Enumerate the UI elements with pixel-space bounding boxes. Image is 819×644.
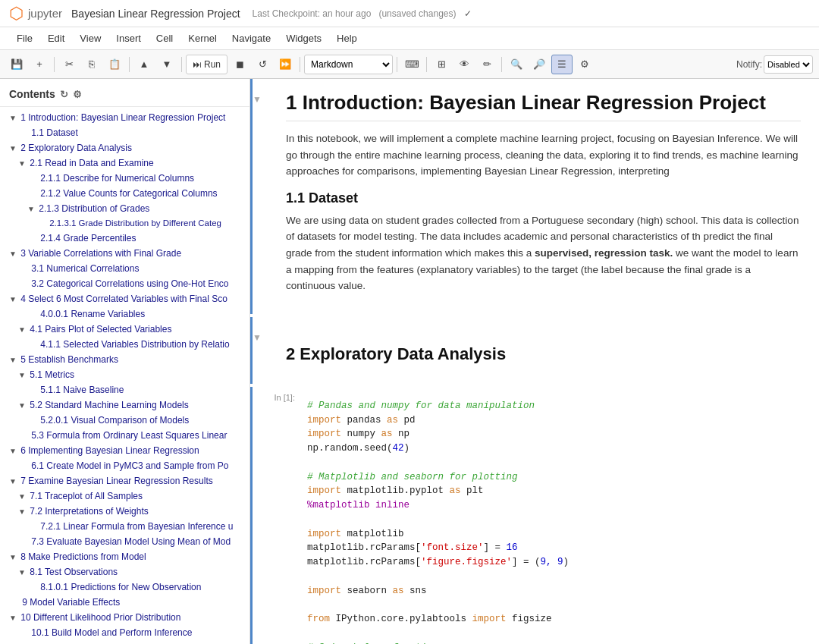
toc-toggle-26[interactable]: ▼ bbox=[18, 507, 26, 516]
menu-widgets[interactable]: Widgets bbox=[278, 31, 329, 46]
toc-item-0[interactable]: ▼ 1 Introduction: Bayesian Linear Regres… bbox=[0, 110, 249, 125]
code-block[interactable]: # Pandas and numpy for data manipulation… bbox=[298, 393, 819, 644]
toc-toggle-22[interactable]: ▼ bbox=[9, 447, 17, 455]
toc-item-31[interactable]: 8.1.0.1 Predictions for New Observation bbox=[0, 580, 249, 595]
toc-item-19[interactable]: ▼ 5.2 Standard Machine Learning Models bbox=[0, 397, 249, 413]
toc-item-3[interactable]: ▼ 2.1 Read in Data and Examine bbox=[0, 156, 249, 171]
toolbar-zoom-in-btn[interactable]: 🔎 bbox=[529, 55, 550, 74]
cell-arrow-s2[interactable]: ▼ bbox=[253, 317, 268, 384]
toc-toggle-33[interactable]: ▼ bbox=[9, 614, 17, 622]
menu-file[interactable]: File bbox=[9, 31, 40, 46]
toc-item-21[interactable]: 5.3 Formula from Ordinary Least Squares … bbox=[0, 428, 249, 443]
toc-label-24: 7 Examine Bayesian Linear Regression Res… bbox=[20, 476, 212, 486]
toolbar-move-up-btn[interactable]: ▲ bbox=[133, 55, 155, 74]
toc-item-13[interactable]: 4.0.0.1 Rename Variables bbox=[0, 306, 249, 322]
toolbar-interrupt-btn[interactable]: ◼ bbox=[229, 55, 250, 74]
notify-label: Notify: bbox=[736, 59, 762, 70]
toc-item-23[interactable]: 6.1 Create Model in PyMC3 and Sample fro… bbox=[0, 458, 249, 473]
menu-kernel[interactable]: Kernel bbox=[180, 31, 224, 46]
menu-navigate[interactable]: Navigate bbox=[224, 31, 278, 46]
toc-toggle-12[interactable]: ▼ bbox=[9, 295, 17, 303]
toolbar-cut-btn[interactable]: ✂ bbox=[58, 55, 80, 74]
toc-item-35[interactable]: 10.2 Test the Model bbox=[0, 640, 249, 644]
toc-item-17[interactable]: ▼ 5.1 Metrics bbox=[0, 367, 249, 382]
toc-toggle-6[interactable]: ▼ bbox=[27, 205, 35, 213]
toc-label-15: 4.1.1 Selected Variables Distribution by… bbox=[40, 339, 229, 350]
toc-toggle-29[interactable]: ▼ bbox=[9, 553, 17, 561]
toolbar-pencil-btn[interactable]: ✏ bbox=[476, 55, 497, 74]
toc-item-11[interactable]: 3.2 Categorical Correlations using One-H… bbox=[0, 276, 249, 291]
toc-item-16[interactable]: ▼ 5 Establish Benchmarks bbox=[0, 352, 249, 367]
toc-settings-icon[interactable]: ⚙ bbox=[73, 89, 82, 100]
toc-item-27[interactable]: 7.2.1 Linear Formula from Bayesian Infer… bbox=[0, 519, 249, 534]
toolbar-run-btn[interactable]: ⏭ Run bbox=[186, 55, 228, 74]
toc-item-25[interactable]: ▼ 7.1 Traceplot of All Samples bbox=[0, 488, 249, 504]
toc-toggle-3[interactable]: ▼ bbox=[18, 159, 26, 168]
toc-toggle-19[interactable]: ▼ bbox=[18, 401, 26, 410]
toc-toggle-14[interactable]: ▼ bbox=[18, 325, 26, 334]
toolbar-restart-btn[interactable]: ↺ bbox=[252, 55, 273, 74]
toc-item-12[interactable]: ▼ 4 Select 6 Most Correlated Variables w… bbox=[0, 291, 249, 306]
toc-item-29[interactable]: ▼ 8 Make Predictions from Model bbox=[0, 549, 249, 564]
toc-item-24[interactable]: ▼ 7 Examine Bayesian Linear Regression R… bbox=[0, 473, 249, 488]
toc-item-26[interactable]: ▼ 7.2 Interpretations of Weights bbox=[0, 504, 249, 519]
notify-dropdown[interactable]: Disabled Enabled bbox=[764, 55, 813, 74]
toc-toggle-17[interactable]: ▼ bbox=[18, 371, 26, 379]
toc-item-1[interactable]: 1.1 Dataset bbox=[0, 125, 249, 140]
toolbar-restart-run-btn[interactable]: ⏩ bbox=[275, 55, 296, 74]
menu-insert[interactable]: Insert bbox=[108, 31, 149, 46]
section11-heading: 1.1 Dataset bbox=[286, 190, 801, 206]
section2-heading: 2 Exploratory Data Analysis bbox=[286, 344, 801, 364]
toc-item-20[interactable]: 5.2.0.1 Visual Comparison of Models bbox=[0, 413, 249, 428]
menu-help[interactable]: Help bbox=[329, 31, 365, 46]
toolbar-table-btn[interactable]: ⊞ bbox=[431, 55, 452, 74]
toc-item-7[interactable]: 2.1.3.1 Grade Distribution by Different … bbox=[0, 216, 249, 231]
toc-toggle-24[interactable]: ▼ bbox=[9, 477, 17, 485]
toc-toggle-30[interactable]: ▼ bbox=[18, 568, 26, 576]
toc-item-34[interactable]: 10.1 Build Model and Perform Inference bbox=[0, 625, 249, 640]
toc-item-6[interactable]: ▼ 2.1.3 Distribution of Grades bbox=[0, 201, 249, 216]
menu-cell[interactable]: Cell bbox=[149, 31, 180, 46]
cell-type-dropdown[interactable]: Markdown Code Raw NBConvert bbox=[304, 55, 393, 74]
notebook-title[interactable]: Bayesian Linear Regression Project bbox=[71, 8, 240, 20]
toc-item-18[interactable]: 5.1.1 Naive Baseline bbox=[0, 382, 249, 397]
toolbar-add-cell-btn[interactable]: + bbox=[29, 55, 50, 74]
toc-item-10[interactable]: 3.1 Numerical Correlations bbox=[0, 261, 249, 276]
toolbar-save-btn[interactable]: 💾 bbox=[6, 55, 27, 74]
toc-item-15[interactable]: 4.1.1 Selected Variables Distribution by… bbox=[0, 337, 249, 352]
toc-toggle-2[interactable]: ▼ bbox=[9, 144, 17, 152]
toc-item-32[interactable]: 9 Model Variable Effects bbox=[0, 595, 249, 610]
toc-label-9: 3 Variable Correlations with Final Grade bbox=[20, 248, 181, 259]
toc-item-2[interactable]: ▼ 2 Exploratory Data Analysis bbox=[0, 140, 249, 156]
toolbar-toc-btn[interactable]: ☰ bbox=[551, 55, 573, 74]
toolbar-keyboard-btn[interactable]: ⌨ bbox=[401, 55, 422, 74]
toc-item-8[interactable]: 2.1.4 Grade Percentiles bbox=[0, 231, 249, 246]
toc-item-28[interactable]: 7.3 Evaluate Bayesian Model Using Mean o… bbox=[0, 534, 249, 549]
menu-edit[interactable]: Edit bbox=[40, 31, 72, 46]
toc-label-27: 7.2.1 Linear Formula from Bayesian Infer… bbox=[40, 521, 233, 532]
toolbar-copy-btn[interactable]: ⎘ bbox=[81, 55, 102, 74]
toolbar-move-down-btn[interactable]: ▼ bbox=[156, 55, 177, 74]
toolbar-zoom-out-btn[interactable]: 🔍 bbox=[506, 55, 527, 74]
menu-view[interactable]: View bbox=[72, 31, 108, 46]
toc-item-5[interactable]: 2.1.2 Value Counts for Categorical Colum… bbox=[0, 186, 249, 201]
toolbar-eye-btn[interactable]: 👁 bbox=[453, 55, 475, 74]
toc-refresh-icon[interactable]: ↻ bbox=[60, 89, 68, 100]
toolbar-paste-btn[interactable]: 📋 bbox=[104, 55, 125, 74]
toc-item-4[interactable]: 2.1.1 Describe for Numerical Columns bbox=[0, 171, 249, 186]
toc-item-30[interactable]: ▼ 8.1 Test Observations bbox=[0, 564, 249, 580]
code-area[interactable]: # Pandas and numpy for data manipulation… bbox=[298, 387, 819, 644]
run-skip-icon: ⏭ bbox=[193, 59, 202, 70]
toc-toggle-25[interactable]: ▼ bbox=[18, 492, 26, 501]
toc-item-9[interactable]: ▼ 3 Variable Correlations with Final Gra… bbox=[0, 246, 249, 261]
toc-item-33[interactable]: ▼ 10 Different Likelihood Prior Distribu… bbox=[0, 610, 249, 625]
toc-item-22[interactable]: ▼ 6 Implementing Bayesian Linear Regress… bbox=[0, 443, 249, 458]
cell-arrow-s1[interactable]: ▼ bbox=[253, 79, 268, 314]
toc-toggle-0[interactable]: ▼ bbox=[9, 114, 17, 122]
toc-toggle-9[interactable]: ▼ bbox=[9, 250, 17, 258]
toolbar-settings-btn[interactable]: ⚙ bbox=[574, 55, 595, 74]
toc-label-28: 7.3 Evaluate Bayesian Model Using Mean o… bbox=[31, 536, 231, 547]
toc-toggle-16[interactable]: ▼ bbox=[9, 356, 17, 364]
sidebar: Contents ↻ ⚙ ▼ 1 Introduction: Bayesian … bbox=[0, 79, 250, 644]
toc-item-14[interactable]: ▼ 4.1 Pairs Plot of Selected Variables bbox=[0, 322, 249, 337]
